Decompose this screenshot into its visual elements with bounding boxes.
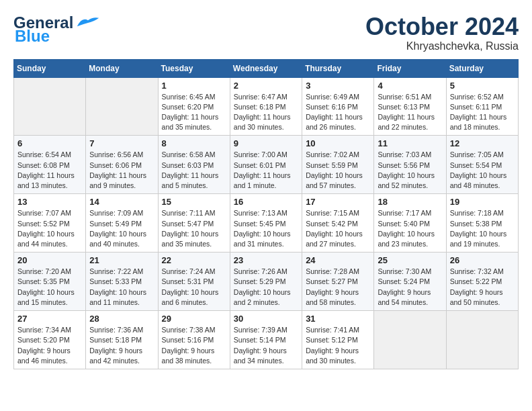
cell-sun-info: Sunrise: 7:24 AM Sunset: 5:31 PM Dayligh… [162,267,226,308]
cell-sun-info: Sunrise: 7:20 AM Sunset: 5:35 PM Dayligh… [17,267,82,308]
calendar-cell: 31Sunrise: 7:41 AM Sunset: 5:12 PM Dayli… [302,311,374,369]
logo-blue: Blue [15,27,50,46]
day-number: 27 [17,314,82,324]
day-number: 7 [89,138,154,148]
calendar-week-row: 13Sunrise: 7:07 AM Sunset: 5:52 PM Dayli… [14,194,519,253]
logo: General Blue [13,13,100,46]
cell-sun-info: Sunrise: 7:22 AM Sunset: 5:33 PM Dayligh… [89,267,154,308]
location: Khryashchevka, Russia [365,40,519,52]
cell-sun-info: Sunrise: 6:58 AM Sunset: 6:03 PM Dayligh… [162,150,226,191]
calendar-cell: 1Sunrise: 6:45 AM Sunset: 6:20 PM Daylig… [158,77,230,136]
cell-sun-info: Sunrise: 7:00 AM Sunset: 6:01 PM Dayligh… [234,150,298,191]
calendar-cell: 17Sunrise: 7:15 AM Sunset: 5:42 PM Dayli… [302,194,374,253]
calendar-cell: 18Sunrise: 7:17 AM Sunset: 5:40 PM Dayli… [374,194,446,253]
day-number: 11 [378,138,442,148]
calendar-cell [446,311,518,369]
calendar-cell: 19Sunrise: 7:18 AM Sunset: 5:38 PM Dayli… [446,194,518,253]
weekday-header: Friday [374,59,446,77]
day-number: 18 [378,197,442,207]
cell-sun-info: Sunrise: 7:34 AM Sunset: 5:20 PM Dayligh… [17,325,82,366]
cell-sun-info: Sunrise: 7:26 AM Sunset: 5:29 PM Dayligh… [234,267,298,308]
weekday-header: Saturday [446,59,518,77]
calendar-cell: 30Sunrise: 7:39 AM Sunset: 5:14 PM Dayli… [230,311,302,369]
day-number: 20 [17,255,82,265]
calendar-week-row: 20Sunrise: 7:20 AM Sunset: 5:35 PM Dayli… [14,253,519,311]
day-number: 8 [162,138,226,148]
calendar-cell: 23Sunrise: 7:26 AM Sunset: 5:29 PM Dayli… [230,253,302,311]
calendar-cell: 15Sunrise: 7:11 AM Sunset: 5:47 PM Dayli… [158,194,230,253]
cell-sun-info: Sunrise: 6:49 AM Sunset: 6:16 PM Dayligh… [306,92,370,133]
day-number: 31 [306,314,370,324]
calendar-cell: 9Sunrise: 7:00 AM Sunset: 6:01 PM Daylig… [230,136,302,194]
day-number: 16 [234,197,298,207]
calendar-cell: 29Sunrise: 7:38 AM Sunset: 5:16 PM Dayli… [158,311,230,369]
cell-sun-info: Sunrise: 7:18 AM Sunset: 5:38 PM Dayligh… [450,208,515,249]
calendar-header-row: SundayMondayTuesdayWednesdayThursdayFrid… [14,59,519,77]
day-number: 3 [306,81,370,91]
month-title: October 2024 [365,13,519,40]
cell-sun-info: Sunrise: 6:56 AM Sunset: 6:06 PM Dayligh… [89,150,154,191]
day-number: 4 [378,81,442,91]
calendar-cell [374,311,446,369]
cell-sun-info: Sunrise: 7:39 AM Sunset: 5:14 PM Dayligh… [234,325,298,366]
calendar-cell: 21Sunrise: 7:22 AM Sunset: 5:33 PM Dayli… [86,253,158,311]
day-number: 26 [450,255,515,265]
calendar-body: 1Sunrise: 6:45 AM Sunset: 6:20 PM Daylig… [14,77,519,369]
day-number: 28 [89,314,154,324]
cell-sun-info: Sunrise: 6:45 AM Sunset: 6:20 PM Dayligh… [162,92,226,133]
weekday-header: Wednesday [230,59,302,77]
cell-sun-info: Sunrise: 7:03 AM Sunset: 5:56 PM Dayligh… [378,150,442,191]
cell-sun-info: Sunrise: 7:38 AM Sunset: 5:16 PM Dayligh… [162,325,226,366]
day-number: 21 [89,255,154,265]
day-number: 14 [89,197,154,207]
day-number: 2 [234,81,298,91]
calendar-cell: 28Sunrise: 7:36 AM Sunset: 5:18 PM Dayli… [86,311,158,369]
calendar-cell: 22Sunrise: 7:24 AM Sunset: 5:31 PM Dayli… [158,253,230,311]
day-number: 9 [234,138,298,148]
day-number: 17 [306,197,370,207]
calendar-cell: 5Sunrise: 6:52 AM Sunset: 6:11 PM Daylig… [446,77,518,136]
calendar-cell: 8Sunrise: 6:58 AM Sunset: 6:03 PM Daylig… [158,136,230,194]
cell-sun-info: Sunrise: 6:52 AM Sunset: 6:11 PM Dayligh… [450,92,515,133]
calendar-cell: 16Sunrise: 7:13 AM Sunset: 5:45 PM Dayli… [230,194,302,253]
day-number: 25 [378,255,442,265]
weekday-header: Monday [86,59,158,77]
calendar-cell: 4Sunrise: 6:51 AM Sunset: 6:13 PM Daylig… [374,77,446,136]
calendar-cell: 24Sunrise: 7:28 AM Sunset: 5:27 PM Dayli… [302,253,374,311]
calendar-cell: 26Sunrise: 7:32 AM Sunset: 5:22 PM Dayli… [446,253,518,311]
calendar-cell: 20Sunrise: 7:20 AM Sunset: 5:35 PM Dayli… [14,253,86,311]
day-number: 5 [450,81,515,91]
weekday-header: Thursday [302,59,374,77]
page-header: General Blue October 2024 Khryashchevka,… [13,13,519,52]
cell-sun-info: Sunrise: 7:17 AM Sunset: 5:40 PM Dayligh… [378,208,442,249]
cell-sun-info: Sunrise: 6:54 AM Sunset: 6:08 PM Dayligh… [17,150,82,191]
calendar-cell: 13Sunrise: 7:07 AM Sunset: 5:52 PM Dayli… [14,194,86,253]
day-number: 1 [162,81,226,91]
day-number: 29 [162,314,226,324]
day-number: 30 [234,314,298,324]
cell-sun-info: Sunrise: 7:15 AM Sunset: 5:42 PM Dayligh… [306,208,370,249]
cell-sun-info: Sunrise: 7:32 AM Sunset: 5:22 PM Dayligh… [450,267,515,308]
day-number: 12 [450,138,515,148]
calendar-cell: 12Sunrise: 7:05 AM Sunset: 5:54 PM Dayli… [446,136,518,194]
calendar-cell: 10Sunrise: 7:02 AM Sunset: 5:59 PM Dayli… [302,136,374,194]
day-number: 6 [17,138,82,148]
cell-sun-info: Sunrise: 7:36 AM Sunset: 5:18 PM Dayligh… [89,325,154,366]
day-number: 13 [17,197,82,207]
weekday-header: Tuesday [158,59,230,77]
calendar-week-row: 1Sunrise: 6:45 AM Sunset: 6:20 PM Daylig… [14,77,519,136]
day-number: 24 [306,255,370,265]
logo-bird-icon [76,15,100,30]
cell-sun-info: Sunrise: 6:47 AM Sunset: 6:18 PM Dayligh… [234,92,298,133]
calendar-cell: 2Sunrise: 6:47 AM Sunset: 6:18 PM Daylig… [230,77,302,136]
cell-sun-info: Sunrise: 7:07 AM Sunset: 5:52 PM Dayligh… [17,208,82,249]
cell-sun-info: Sunrise: 7:28 AM Sunset: 5:27 PM Dayligh… [306,267,370,308]
calendar-cell: 7Sunrise: 6:56 AM Sunset: 6:06 PM Daylig… [86,136,158,194]
calendar-cell: 14Sunrise: 7:09 AM Sunset: 5:49 PM Dayli… [86,194,158,253]
cell-sun-info: Sunrise: 7:41 AM Sunset: 5:12 PM Dayligh… [306,325,370,366]
calendar-cell [86,77,158,136]
calendar-cell: 25Sunrise: 7:30 AM Sunset: 5:24 PM Dayli… [374,253,446,311]
cell-sun-info: Sunrise: 7:05 AM Sunset: 5:54 PM Dayligh… [450,150,515,191]
cell-sun-info: Sunrise: 7:09 AM Sunset: 5:49 PM Dayligh… [89,208,154,249]
cell-sun-info: Sunrise: 7:11 AM Sunset: 5:47 PM Dayligh… [162,208,226,249]
